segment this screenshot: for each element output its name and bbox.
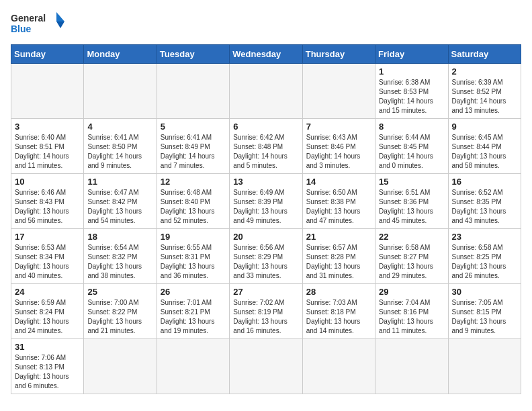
svg-text:General: General: [11, 13, 46, 24]
day-number: 28: [306, 287, 371, 297]
calendar-day-17: 17Sunrise: 6:53 AM Sunset: 8:34 PM Dayli…: [11, 229, 84, 284]
day-info: Sunrise: 6:41 AM Sunset: 8:50 PM Dayligh…: [87, 133, 152, 171]
day-number: 16: [452, 177, 517, 187]
day-info: Sunrise: 6:52 AM Sunset: 8:35 PM Dayligh…: [452, 188, 517, 226]
calendar-day-1: 1Sunrise: 6:38 AM Sunset: 8:53 PM Daylig…: [375, 64, 448, 119]
weekday-header-saturday: Saturday: [448, 45, 521, 64]
day-info: Sunrise: 7:03 AM Sunset: 8:18 PM Dayligh…: [306, 298, 371, 336]
calendar-day-29: 29Sunrise: 7:04 AM Sunset: 8:16 PM Dayli…: [375, 284, 448, 339]
calendar-day-21: 21Sunrise: 6:57 AM Sunset: 8:28 PM Dayli…: [302, 229, 375, 284]
calendar-day-empty: [157, 64, 229, 119]
day-number: 21: [306, 232, 371, 242]
day-number: 4: [87, 122, 152, 132]
calendar-day-empty: [11, 64, 84, 119]
day-info: Sunrise: 6:45 AM Sunset: 8:44 PM Dayligh…: [452, 133, 517, 171]
day-number: 8: [379, 122, 444, 132]
day-number: 24: [15, 287, 80, 297]
logo: General Blue: [11, 11, 64, 38]
calendar-week-row: 10Sunrise: 6:46 AM Sunset: 8:43 PM Dayli…: [11, 174, 521, 229]
weekday-header-friday: Friday: [375, 45, 448, 64]
day-info: Sunrise: 7:06 AM Sunset: 8:13 PM Dayligh…: [15, 353, 80, 391]
calendar-day-22: 22Sunrise: 6:58 AM Sunset: 8:27 PM Dayli…: [375, 229, 448, 284]
calendar-day-31: 31Sunrise: 7:06 AM Sunset: 8:13 PM Dayli…: [11, 339, 84, 394]
calendar-day-27: 27Sunrise: 7:02 AM Sunset: 8:19 PM Dayli…: [230, 284, 302, 339]
day-info: Sunrise: 6:47 AM Sunset: 8:42 PM Dayligh…: [87, 188, 152, 226]
weekday-header-monday: Monday: [84, 45, 157, 64]
generalblue-logo-icon: General Blue: [11, 11, 64, 38]
calendar-day-empty: [375, 339, 448, 394]
day-number: 27: [233, 287, 298, 297]
weekday-header-row: SundayMondayTuesdayWednesdayThursdayFrid…: [11, 45, 521, 64]
day-number: 20: [233, 232, 298, 242]
day-info: Sunrise: 6:54 AM Sunset: 8:32 PM Dayligh…: [87, 243, 152, 281]
calendar-day-20: 20Sunrise: 6:56 AM Sunset: 8:29 PM Dayli…: [230, 229, 302, 284]
day-number: 7: [306, 122, 371, 132]
calendar-day-28: 28Sunrise: 7:03 AM Sunset: 8:18 PM Dayli…: [302, 284, 375, 339]
calendar-day-empty: [302, 339, 375, 394]
day-number: 11: [87, 177, 152, 187]
day-info: Sunrise: 6:49 AM Sunset: 8:39 PM Dayligh…: [233, 188, 298, 226]
day-info: Sunrise: 6:58 AM Sunset: 8:25 PM Dayligh…: [452, 243, 517, 281]
calendar-week-row: 3Sunrise: 6:40 AM Sunset: 8:51 PM Daylig…: [11, 119, 521, 174]
day-info: Sunrise: 6:48 AM Sunset: 8:40 PM Dayligh…: [161, 188, 226, 226]
calendar-day-5: 5Sunrise: 6:41 AM Sunset: 8:49 PM Daylig…: [157, 119, 229, 174]
day-info: Sunrise: 6:51 AM Sunset: 8:36 PM Dayligh…: [379, 188, 444, 226]
day-info: Sunrise: 6:38 AM Sunset: 8:53 PM Dayligh…: [379, 78, 444, 116]
day-number: 6: [233, 122, 298, 132]
day-number: 2: [452, 66, 517, 77]
day-info: Sunrise: 6:43 AM Sunset: 8:46 PM Dayligh…: [306, 133, 371, 171]
day-info: Sunrise: 6:50 AM Sunset: 8:38 PM Dayligh…: [306, 188, 371, 226]
calendar-day-empty: [230, 64, 302, 119]
calendar-day-16: 16Sunrise: 6:52 AM Sunset: 8:35 PM Dayli…: [448, 174, 521, 229]
day-info: Sunrise: 7:05 AM Sunset: 8:15 PM Dayligh…: [452, 298, 517, 336]
calendar-day-empty: [84, 339, 157, 394]
calendar-week-row: 1Sunrise: 6:38 AM Sunset: 8:53 PM Daylig…: [11, 64, 521, 119]
day-number: 3: [15, 122, 80, 132]
day-number: 9: [452, 122, 517, 132]
calendar-day-9: 9Sunrise: 6:45 AM Sunset: 8:44 PM Daylig…: [448, 119, 521, 174]
calendar-day-25: 25Sunrise: 7:00 AM Sunset: 8:22 PM Dayli…: [84, 284, 157, 339]
calendar-day-7: 7Sunrise: 6:43 AM Sunset: 8:46 PM Daylig…: [302, 119, 375, 174]
day-number: 26: [161, 287, 226, 297]
day-info: Sunrise: 6:55 AM Sunset: 8:31 PM Dayligh…: [161, 243, 226, 281]
day-number: 15: [379, 177, 444, 187]
weekday-header-tuesday: Tuesday: [157, 45, 229, 64]
weekday-header-thursday: Thursday: [302, 45, 375, 64]
day-info: Sunrise: 6:57 AM Sunset: 8:28 PM Dayligh…: [306, 243, 371, 281]
calendar-day-12: 12Sunrise: 6:48 AM Sunset: 8:40 PM Dayli…: [157, 174, 229, 229]
day-info: Sunrise: 6:58 AM Sunset: 8:27 PM Dayligh…: [379, 243, 444, 281]
day-number: 13: [233, 177, 298, 187]
day-number: 5: [161, 122, 226, 132]
day-info: Sunrise: 6:39 AM Sunset: 8:52 PM Dayligh…: [452, 78, 517, 116]
calendar-day-6: 6Sunrise: 6:42 AM Sunset: 8:48 PM Daylig…: [230, 119, 302, 174]
calendar-day-2: 2Sunrise: 6:39 AM Sunset: 8:52 PM Daylig…: [448, 64, 521, 119]
calendar-day-19: 19Sunrise: 6:55 AM Sunset: 8:31 PM Dayli…: [157, 229, 229, 284]
day-info: Sunrise: 6:40 AM Sunset: 8:51 PM Dayligh…: [15, 133, 80, 171]
calendar-day-24: 24Sunrise: 6:59 AM Sunset: 8:24 PM Dayli…: [11, 284, 84, 339]
day-info: Sunrise: 7:02 AM Sunset: 8:19 PM Dayligh…: [233, 298, 298, 336]
day-info: Sunrise: 6:42 AM Sunset: 8:48 PM Dayligh…: [233, 133, 298, 171]
calendar-day-15: 15Sunrise: 6:51 AM Sunset: 8:36 PM Dayli…: [375, 174, 448, 229]
calendar-day-14: 14Sunrise: 6:50 AM Sunset: 8:38 PM Dayli…: [302, 174, 375, 229]
day-info: Sunrise: 6:44 AM Sunset: 8:45 PM Dayligh…: [379, 133, 444, 171]
calendar-day-11: 11Sunrise: 6:47 AM Sunset: 8:42 PM Dayli…: [84, 174, 157, 229]
weekday-header-wednesday: Wednesday: [230, 45, 302, 64]
day-number: 29: [379, 287, 444, 297]
calendar-day-empty: [302, 64, 375, 119]
calendar-day-10: 10Sunrise: 6:46 AM Sunset: 8:43 PM Dayli…: [11, 174, 84, 229]
day-info: Sunrise: 7:00 AM Sunset: 8:22 PM Dayligh…: [87, 298, 152, 336]
calendar-day-3: 3Sunrise: 6:40 AM Sunset: 8:51 PM Daylig…: [11, 119, 84, 174]
svg-text:Blue: Blue: [11, 24, 32, 34]
day-number: 17: [15, 232, 80, 242]
day-number: 10: [15, 177, 80, 187]
day-number: 12: [161, 177, 226, 187]
calendar-day-30: 30Sunrise: 7:05 AM Sunset: 8:15 PM Dayli…: [448, 284, 521, 339]
day-info: Sunrise: 6:53 AM Sunset: 8:34 PM Dayligh…: [15, 243, 80, 281]
calendar-day-4: 4Sunrise: 6:41 AM Sunset: 8:50 PM Daylig…: [84, 119, 157, 174]
day-info: Sunrise: 6:46 AM Sunset: 8:43 PM Dayligh…: [15, 188, 80, 226]
day-info: Sunrise: 6:56 AM Sunset: 8:29 PM Dayligh…: [233, 243, 298, 281]
calendar-day-8: 8Sunrise: 6:44 AM Sunset: 8:45 PM Daylig…: [375, 119, 448, 174]
calendar-week-row: 31Sunrise: 7:06 AM Sunset: 8:13 PM Dayli…: [11, 339, 521, 394]
svg-marker-2: [56, 12, 64, 21]
day-info: Sunrise: 6:41 AM Sunset: 8:49 PM Dayligh…: [161, 133, 226, 171]
